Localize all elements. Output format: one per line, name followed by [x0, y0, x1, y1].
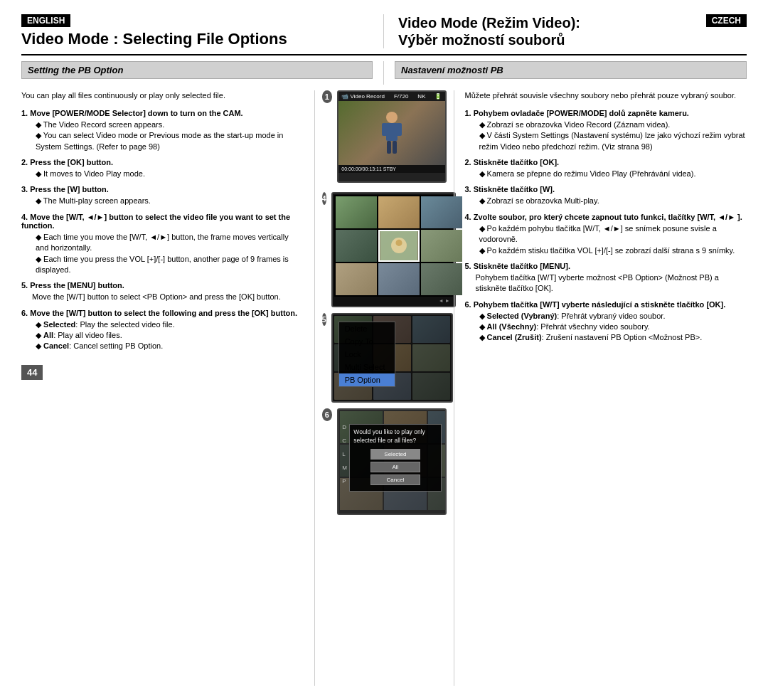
dialog-btn-cancel[interactable]: Cancel	[370, 474, 420, 485]
multi-grid	[334, 195, 453, 297]
cam-screen-1: 📹 Video Record F/720 NK 🔋	[337, 90, 446, 183]
step-5-left: 5. Press the [MENU] button. Move the [W/…	[21, 281, 304, 302]
step-6-right: 6. Pohybem tlačítka [W/T] vyberte násled…	[465, 300, 747, 344]
page-number: 44	[21, 365, 43, 380]
cam-screen-6: D C L M P Would you like to play only se…	[337, 408, 446, 515]
dialog-box: Would you like to play only selected fil…	[349, 424, 441, 492]
dialog-left-labels: D C L M P	[342, 424, 347, 484]
svg-rect-2	[382, 123, 388, 136]
menu-item-copyto: Copy To	[339, 335, 395, 348]
czech-badge: CZECH	[706, 14, 747, 27]
grid-cell-4	[336, 230, 377, 262]
svg-point-0	[386, 112, 398, 123]
screen-6-container: 6 D C L M P Would you lik	[322, 408, 447, 515]
menu-overlay: Delete Copy To Lock Multi Select PB Opti…	[338, 322, 395, 387]
screen-1-container: 1 📹 Video Record F/720 NK 🔋	[322, 90, 447, 186]
step-6-left: 6. Move the [W/T] button to select the f…	[21, 309, 304, 352]
cam-bottom-bar: 00:00:00/00:13:11 STBY	[338, 165, 444, 173]
screen-num-6: 6	[322, 408, 333, 421]
section-header-right: Nastavení možnosti PB	[395, 61, 747, 79]
intro-text-left: You can play all files continuously or p…	[21, 90, 304, 101]
svg-rect-5	[393, 141, 397, 154]
dialog-btn-selected[interactable]: Selected	[370, 449, 420, 460]
menu-item-delete: Delete	[339, 322, 395, 335]
dialog-btn-all[interactable]: All	[370, 462, 420, 472]
step-5-right: 5. Stiskněte tlačítko [MENU]. Pohybem tl…	[465, 262, 747, 295]
step-3-right: 3. Stiskněte tlačítko [W]. Zobrazí se ob…	[465, 185, 747, 206]
step-4-right: 4. Zvolte soubor, pro který chcete zapno…	[465, 213, 747, 256]
screen-num-4: 4	[322, 192, 326, 205]
intro-text-right: Můžete přehrát souvisle všechny soubory …	[465, 90, 747, 101]
main-title-right: Video Mode (Režim Video):	[398, 14, 580, 31]
grid-cell-5	[378, 230, 420, 262]
main-title-left: Video Mode : Selecting File Options	[21, 30, 369, 48]
svg-rect-3	[396, 123, 402, 136]
section-header-left: Setting the PB Option	[21, 61, 373, 79]
grid-cell-1	[336, 196, 377, 228]
screen-4-nav: ◄ ►	[334, 297, 453, 304]
grid-cell-9	[421, 263, 462, 295]
menu-item-multiselect: Multi Select	[339, 361, 395, 373]
screen-num-5: 5	[322, 313, 326, 326]
menu-item-lock: Lock	[339, 348, 395, 361]
grid-cell-6	[421, 230, 462, 262]
grid-cell-3	[421, 196, 462, 228]
dialog-text: Would you like to play only selected fil…	[353, 428, 437, 445]
step-3-left: 3. Press the [W] button. The Multi-play …	[21, 185, 304, 206]
screen-4-container: 4	[322, 192, 447, 307]
svg-rect-1	[386, 123, 398, 141]
cam-screen-4: ◄ ►	[331, 192, 456, 307]
cam-screen-5: Delete Copy To Lock Multi Select PB Opti…	[331, 313, 453, 403]
step-2-right: 2. Stiskněte tlačítko [OK]. Kamera se př…	[465, 158, 747, 179]
english-badge: ENGLISH	[21, 14, 70, 27]
cam-top-bar: 📹 Video Record F/720 NK 🔋	[338, 92, 444, 101]
grid-cell-7	[336, 263, 377, 295]
step-4-left: 4. Move the [W/T, ◄/►] button to select …	[21, 213, 304, 276]
svg-point-8	[395, 240, 402, 246]
step-1-right: 1. Pohybem ovladače [POWER/MODE] dolů za…	[465, 109, 747, 152]
grid-cell-8	[378, 263, 420, 295]
screen-5-container: 5 Delete Copy To	[322, 313, 447, 403]
svg-rect-4	[387, 141, 391, 154]
screen-num-1: 1	[322, 90, 333, 103]
step-1-left: 1. Move [POWER/MODE Selector] down to tu…	[21, 109, 304, 152]
menu-item-pboption: PB Option	[339, 373, 395, 386]
step-2-left: 2. Press the [OK] button. It moves to Vi…	[21, 158, 304, 179]
cam-image-area	[338, 101, 444, 165]
subtitle-right: Výběr možností souborů	[398, 31, 580, 48]
grid-cell-2	[378, 196, 420, 228]
